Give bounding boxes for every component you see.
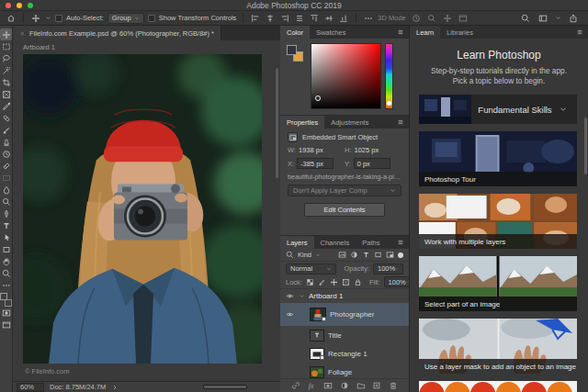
gradient-tool[interactable] <box>0 172 12 184</box>
height-value[interactable]: 1025 px <box>355 146 379 154</box>
layer-row-foliage[interactable]: Foliage <box>280 363 409 378</box>
workspace-chevron-icon[interactable] <box>555 13 561 24</box>
fundamental-skills-section[interactable]: Fundamental Skills <box>419 95 577 124</box>
tab-adjustments[interactable]: Adjustments <box>324 116 375 129</box>
add-layer-mask-icon[interactable] <box>323 381 333 390</box>
tutorial-card-photoshop-tour[interactable]: Photoshop Tour <box>419 131 577 186</box>
layer-thumbnail[interactable] <box>310 308 326 321</box>
scrollbar-thumb[interactable] <box>203 385 247 389</box>
eyedropper-tool[interactable] <box>0 100 12 112</box>
tab-learn[interactable]: Learn <box>410 26 440 39</box>
chevron-down-icon[interactable] <box>315 252 321 258</box>
align-right-icon[interactable] <box>279 13 290 24</box>
layer-row-artboard[interactable]: Artboard 1 <box>280 289 409 303</box>
visibility-eye-icon[interactable] <box>284 292 295 300</box>
quick-mask-button[interactable] <box>0 307 12 319</box>
tab-swatches[interactable]: Swatches <box>310 26 353 39</box>
foreground-color-swatch[interactable] <box>0 293 7 300</box>
rectangle-tool[interactable] <box>0 243 12 255</box>
marquee-tool[interactable] <box>0 40 12 52</box>
align-bottom-icon[interactable] <box>338 13 349 24</box>
foreground-color-swatch[interactable] <box>287 45 297 55</box>
path-selection-tool[interactable] <box>0 231 12 243</box>
status-expand-icon[interactable] <box>111 384 119 391</box>
lock-transparent-icon[interactable] <box>306 278 314 286</box>
document-tab[interactable]: FileInfo.com Example.psd @ 60% (Photogra… <box>13 26 221 40</box>
zoom-tool[interactable] <box>0 267 12 279</box>
saturation-brightness-field[interactable] <box>311 43 381 109</box>
layer-row-title[interactable]: Title <box>280 326 409 344</box>
canvas-pasteboard[interactable]: Artboard 1 <box>13 40 280 381</box>
tab-libraries[interactable]: Libraries <box>440 26 480 39</box>
lock-artboard-icon[interactable] <box>342 278 350 286</box>
visibility-eye-icon[interactable] <box>284 310 295 319</box>
filter-kind-dropdown[interactable]: Kind <box>298 251 311 259</box>
edit-contents-button[interactable]: Edit Contents <box>304 203 385 217</box>
filter-adjustment-layers-icon[interactable] <box>350 251 358 259</box>
fill-input[interactable]: 100% <box>384 276 409 287</box>
delete-layer-icon[interactable] <box>389 381 398 390</box>
filter-smart-objects-icon[interactable] <box>386 251 394 259</box>
panel-menu-icon[interactable] <box>397 116 409 129</box>
quick-selection-tool[interactable] <box>0 64 12 76</box>
lasso-tool[interactable] <box>0 52 12 64</box>
filter-pixel-layers-icon[interactable] <box>338 251 346 259</box>
move-tool-icon[interactable] <box>30 13 41 24</box>
opacity-input[interactable]: 100% <box>373 263 403 274</box>
tab-layers[interactable]: Layers <box>280 236 314 249</box>
layer-row-rectangle[interactable]: Rectangle 1 <box>280 344 409 363</box>
edit-toolbar-icon[interactable] <box>0 279 12 291</box>
collapse-chevron-icon[interactable] <box>299 293 305 299</box>
search-icon[interactable] <box>520 13 531 24</box>
align-center-icon[interactable] <box>265 13 276 24</box>
eraser-tool[interactable] <box>0 160 12 172</box>
layer-row-photographer[interactable]: Photographer <box>280 303 409 326</box>
align-left-icon[interactable] <box>250 13 261 24</box>
layer-comp-dropdown[interactable]: Don't Apply Layer Comp <box>288 185 401 196</box>
artboard-canvas[interactable] <box>23 54 262 364</box>
chevron-down-icon[interactable] <box>559 95 577 124</box>
dodge-tool[interactable] <box>0 196 12 207</box>
pen-tool[interactable] <box>0 207 12 219</box>
zoom-level-field[interactable]: 60% <box>17 383 44 392</box>
tutorial-card-partial[interactable] <box>419 381 577 392</box>
canvas-vertical-scrollbar[interactable] <box>276 68 278 178</box>
history-brush-tool[interactable] <box>0 148 12 160</box>
align-top-icon[interactable] <box>309 13 320 24</box>
close-tab-icon[interactable] <box>19 30 26 37</box>
color-swatches[interactable] <box>0 293 12 307</box>
tab-channels[interactable]: Channels <box>314 236 356 249</box>
layer-thumbnail[interactable] <box>310 366 324 378</box>
healing-brush-tool[interactable] <box>0 112 12 124</box>
lock-position-icon[interactable] <box>330 278 338 286</box>
y-position-input[interactable]: 0 px <box>354 158 390 169</box>
x-position-input[interactable]: -385 px <box>297 158 334 169</box>
filter-type-layers-icon[interactable] <box>362 251 370 259</box>
tab-paths[interactable]: Paths <box>356 236 386 249</box>
tab-color[interactable]: Color <box>280 26 310 39</box>
hue-marker[interactable] <box>387 101 391 106</box>
screen-mode-button[interactable] <box>0 319 12 330</box>
tutorial-card-multiple-layers[interactable]: Work with multiple layers <box>419 194 577 249</box>
align-middle-icon[interactable] <box>323 13 334 24</box>
share-icon[interactable] <box>568 13 579 24</box>
layer-thumbnail[interactable] <box>310 348 324 360</box>
filter-toggle[interactable] <box>398 252 403 258</box>
link-layers-icon[interactable] <box>291 381 300 390</box>
panel-menu-icon[interactable] <box>576 26 588 39</box>
new-layer-icon[interactable] <box>372 381 381 390</box>
tutorial-card-layer-mask[interactable]: Use a layer mask to add an object to an … <box>419 319 577 374</box>
learn-scrollbar[interactable] <box>584 118 587 174</box>
auto-select-target-dropdown[interactable]: Group <box>107 13 144 24</box>
panel-menu-icon[interactable] <box>397 26 409 39</box>
layer-style-fx-icon[interactable] <box>308 381 317 390</box>
tool-preset-chevron-icon[interactable] <box>45 13 51 24</box>
lock-all-icon[interactable] <box>354 278 362 286</box>
background-color-swatch[interactable] <box>5 299 12 307</box>
layer-thumbnail[interactable] <box>310 330 324 342</box>
show-transform-checkbox[interactable] <box>148 15 155 22</box>
crop-tool[interactable] <box>0 76 12 88</box>
panel-menu-icon[interactable] <box>397 236 409 249</box>
frame-tool[interactable] <box>0 88 12 100</box>
workspace-switcher-icon[interactable] <box>537 13 548 24</box>
